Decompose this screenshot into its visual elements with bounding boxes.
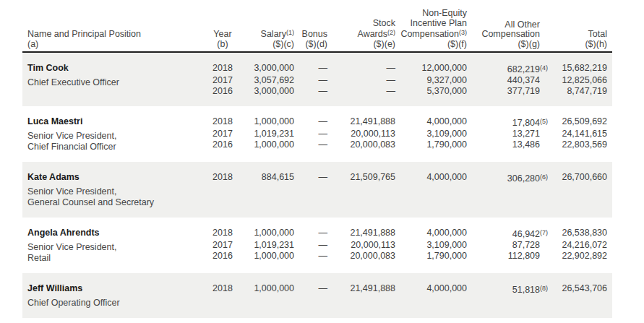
all-other-value: 17,804 xyxy=(512,118,540,128)
bonus-cell: — xyxy=(294,240,327,251)
all-other-cell: 306,280(6) xyxy=(467,172,554,184)
exec-name-block: Jeff Williams Chief Operating Officer xyxy=(22,283,202,309)
bonus-cell: — xyxy=(294,283,327,296)
salary-cell: 3,000,000 xyxy=(243,63,294,75)
stock-awards-footnote-ref: (2) xyxy=(387,29,395,36)
col-header-salary-label: Salary xyxy=(261,29,286,39)
exec-title: Senior Vice President, Retail xyxy=(27,242,202,264)
year-cell: 2017 xyxy=(202,129,243,139)
exec-data-rows: 2018 1,000,000 — 21,491,888 4,000,000 51… xyxy=(202,283,607,309)
col-header-bonus: Bonus ($)(d) xyxy=(294,30,327,49)
col-header-year-line1: Year xyxy=(202,30,243,40)
table-row: 2018 1,000,000 — 21,491,888 4,000,000 51… xyxy=(202,283,607,296)
exec-name: Angela Ahrendts xyxy=(27,228,202,238)
col-header-non-equity-label: Compensation xyxy=(400,29,459,39)
col-header-salary-line1: Salary(1) xyxy=(243,28,294,40)
table-row: 2016 3,000,000 — — 5,370,000 377,719 8,7… xyxy=(202,86,607,97)
col-header-salary-line2: ($)(c) xyxy=(243,40,294,50)
col-header-non-equity-line4: ($)(f) xyxy=(395,40,467,50)
col-header-name: Name and Principal Position (a) xyxy=(22,30,202,49)
exec-data-rows: 2018 1,000,000 — 21,491,888 4,000,000 17… xyxy=(202,116,607,152)
col-header-all-other-line1: All Other xyxy=(467,20,540,30)
footnote-ref: (6) xyxy=(540,172,554,183)
col-header-stock-label: Awards xyxy=(358,29,387,39)
all-other-value: 13,486 xyxy=(512,139,540,150)
exec-name-block: Luca Maestri Senior Vice President, Chie… xyxy=(22,116,202,152)
all-other-value: 87,728 xyxy=(512,240,540,250)
col-header-all-other-line2: Compensation xyxy=(467,30,540,40)
bonus-cell: — xyxy=(294,86,327,97)
col-header-total: Total ($)(h) xyxy=(554,30,607,49)
exec-name: Kate Adams xyxy=(27,172,202,183)
salary-cell: 1,019,231 xyxy=(243,240,294,251)
total-cell: 8,747,719 xyxy=(554,86,607,97)
all-other-cell: 17,804(5) xyxy=(467,116,554,129)
bonus-cell: — xyxy=(294,172,327,184)
year-cell: 2017 xyxy=(202,75,243,86)
bonus-cell: — xyxy=(294,139,327,150)
exec-section-angela-ahrendts: Angela Ahrendts Senior Vice President, R… xyxy=(22,218,612,273)
table-row: 2018 3,000,000 — — 12,000,000 682,219(4)… xyxy=(202,63,607,75)
col-header-stock-line2: Awards(2) xyxy=(327,28,395,40)
salary-cell: 1,000,000 xyxy=(243,251,294,262)
exec-name-block: Tim Cook Chief Executive Officer xyxy=(22,63,202,97)
col-header-bonus-line1: Bonus xyxy=(294,30,327,40)
all-other-value: 440,374 xyxy=(507,75,540,85)
summary-compensation-table: Name and Principal Position (a) Year (b)… xyxy=(22,9,612,318)
salary-cell: 3,057,692 xyxy=(243,75,294,86)
stock-awards-cell: 20,000,083 xyxy=(327,251,395,262)
non-equity-cell: 5,370,000 xyxy=(395,86,467,97)
bonus-cell: — xyxy=(294,129,327,139)
salary-cell: 3,000,000 xyxy=(243,86,294,97)
year-cell: 2018 xyxy=(202,172,243,184)
bonus-cell: — xyxy=(294,75,327,86)
col-header-name-line2: (a) xyxy=(27,40,202,50)
salary-cell: 1,000,000 xyxy=(243,139,294,150)
col-header-non-equity-line1: Non-Equity xyxy=(395,9,467,19)
col-header-name-line1: Name and Principal Position xyxy=(27,30,202,40)
exec-data-rows: 2018 1,000,000 — 21,491,888 4,000,000 46… xyxy=(202,228,607,264)
year-cell: 2016 xyxy=(202,139,243,150)
exec-name: Tim Cook xyxy=(27,63,202,74)
stock-awards-cell: — xyxy=(327,75,395,86)
stock-awards-cell: 20,000,113 xyxy=(327,240,395,251)
stock-awards-cell: 20,000,083 xyxy=(327,139,395,150)
bonus-cell: — xyxy=(294,228,327,240)
stock-awards-cell: 21,491,888 xyxy=(327,283,395,296)
table-row: 2018 1,000,000 — 21,491,888 4,000,000 46… xyxy=(202,228,607,240)
exec-title: Senior Vice President, General Counsel a… xyxy=(27,186,202,208)
all-other-value: 13,271 xyxy=(512,129,540,139)
col-header-stock-line3: ($)(e) xyxy=(327,40,395,50)
year-cell: 2017 xyxy=(202,240,243,251)
all-other-cell: 87,728 xyxy=(467,240,554,251)
stock-awards-cell: 21,491,888 xyxy=(327,116,395,129)
total-cell: 22,902,892 xyxy=(554,251,607,262)
exec-name: Jeff Williams xyxy=(27,283,202,294)
table-row: 2018 884,615 — 21,509,765 4,000,000 306,… xyxy=(202,172,607,184)
year-cell: 2016 xyxy=(202,86,243,97)
non-equity-cell: 3,109,000 xyxy=(395,129,467,139)
exec-name: Luca Maestri xyxy=(27,116,202,127)
year-cell: 2018 xyxy=(202,228,243,240)
col-header-non-equity-line3: Compensation(3) xyxy=(395,28,467,40)
col-header-all-other: All Other Compensation ($)(g) xyxy=(467,20,554,50)
col-header-total-line1: Total xyxy=(554,30,607,40)
non-equity-cell: 3,109,000 xyxy=(395,240,467,251)
exec-title: Chief Operating Officer xyxy=(27,298,202,309)
all-other-cell: 13,271 xyxy=(467,129,554,139)
exec-section-jeff-williams: Jeff Williams Chief Operating Officer 20… xyxy=(22,273,612,318)
exec-data-rows: 2018 884,615 — 21,509,765 4,000,000 306,… xyxy=(202,172,607,208)
stock-awards-cell: — xyxy=(327,86,395,97)
all-other-cell: 440,374 xyxy=(467,75,554,86)
non-equity-cell: 4,000,000 xyxy=(395,116,467,129)
footnote-ref: (5) xyxy=(540,116,554,127)
bonus-cell: — xyxy=(294,63,327,75)
salary-footnote-ref: (1) xyxy=(286,29,294,36)
bonus-cell: — xyxy=(294,251,327,262)
year-cell: 2018 xyxy=(202,283,243,296)
table-header-row: Name and Principal Position (a) Year (b)… xyxy=(22,9,612,53)
year-cell: 2018 xyxy=(202,116,243,129)
exec-name-block: Angela Ahrendts Senior Vice President, R… xyxy=(22,228,202,264)
col-header-total-line2: ($)(h) xyxy=(554,40,607,50)
total-cell: 15,682,219 xyxy=(554,63,607,75)
